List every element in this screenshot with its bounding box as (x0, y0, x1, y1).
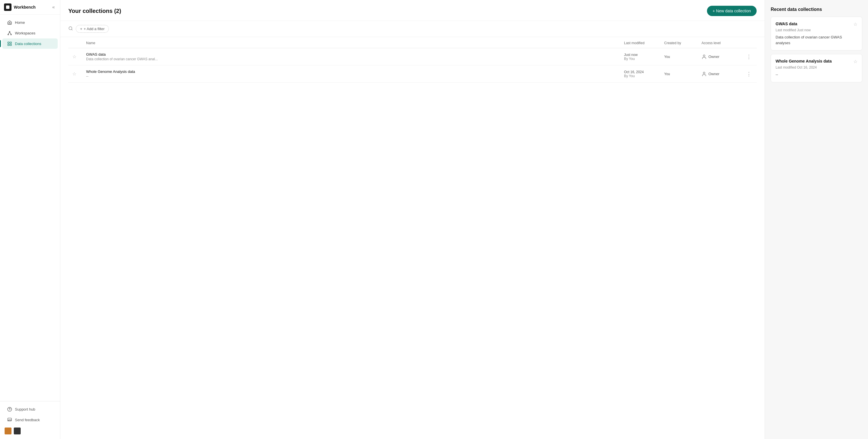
right-panel: Recent data collections GWAS data ☆ Last… (765, 0, 868, 439)
recent-card-date: Last modified Oct 16, 2024 (776, 65, 857, 69)
sidebar-item-workspaces[interactable]: Workspaces (2, 28, 58, 38)
add-filter-label: + Add a filter (84, 27, 105, 31)
col-access-header: Access level (698, 37, 741, 48)
modified-cell: Oct 16, 2024 By You (621, 65, 661, 83)
star-button[interactable]: ☆ (72, 71, 77, 77)
right-panel-title: Recent data collections (771, 7, 862, 12)
access-level-text: Owner (708, 72, 719, 76)
created-by-cell: You (661, 65, 698, 83)
sidebar-item-data-collections-label: Data collections (15, 41, 41, 46)
app-logo: Workbench (4, 3, 36, 11)
recent-card-description: -- (776, 72, 857, 77)
svg-line-4 (9, 32, 11, 34)
col-star (68, 37, 83, 48)
page-title: Your collections (2) (68, 8, 121, 14)
row-name[interactable]: GWAS data (86, 52, 158, 57)
recent-card-title: Whole Genome Analysis data (776, 59, 832, 63)
recent-cards-container: GWAS data ☆ Last modified Just now Data … (771, 17, 862, 82)
main-content: Your collections (2) + New data collecti… (60, 0, 765, 439)
created-by-value: You (664, 72, 670, 76)
recent-card-description: Data collection of ovarian cancer GWAS a… (776, 34, 857, 45)
table-head: Name Last modified Created by Access lev… (68, 37, 756, 48)
star-button[interactable]: ☆ (72, 53, 77, 60)
filter-bar: + + Add a filter (60, 21, 765, 37)
sidebar-item-home[interactable]: Home (2, 17, 58, 28)
svg-line-3 (8, 32, 9, 34)
sidebar-header: Workbench « (0, 0, 60, 14)
collapse-button[interactable]: « (51, 4, 56, 10)
logo-icon (4, 3, 11, 11)
sidebar-item-home-label: Home (15, 20, 25, 25)
row-description: -- (86, 74, 135, 78)
main-header: Your collections (2) + New data collecti… (60, 0, 765, 21)
more-options-button[interactable]: ⋮ (745, 53, 753, 61)
recent-card[interactable]: Whole Genome Analysis data ☆ Last modifi… (771, 54, 862, 82)
col-actions-header (741, 37, 756, 48)
name-cell-inner: GWAS data Data collection of ovarian can… (86, 52, 617, 61)
name-info: GWAS data Data collection of ovarian can… (86, 52, 158, 61)
home-icon (7, 20, 12, 25)
access-level-text: Owner (708, 55, 719, 59)
row-description: Data collection of ovarian cancer GWAS a… (86, 57, 158, 61)
datacollections-icon (7, 41, 12, 46)
new-data-collection-button[interactable]: + New data collection (707, 6, 756, 16)
star-cell: ☆ (68, 48, 83, 65)
created-by-value: You (664, 55, 670, 59)
sidebar-item-send-feedback[interactable]: Send feedback (2, 415, 58, 425)
svg-rect-7 (8, 44, 9, 45)
name-cell-inner: Whole Genome Analysis data -- (86, 69, 617, 78)
row-name[interactable]: Whole Genome Analysis data (86, 69, 135, 74)
svg-point-17 (703, 55, 705, 57)
access-cell: Owner (698, 65, 741, 83)
recent-card-header: Whole Genome Analysis data ☆ (776, 59, 857, 64)
sidebar: Workbench « Home Workspaces (0, 0, 60, 439)
sidebar-bottom: Support hub Send feedback (0, 401, 60, 439)
star-cell: ☆ (68, 65, 83, 83)
user-avatar[interactable] (5, 428, 11, 434)
col-modified-header: Last modified (621, 37, 661, 48)
card-star-button[interactable]: ☆ (854, 59, 857, 64)
workspaces-icon (7, 30, 12, 36)
modified-by: By You (624, 74, 657, 78)
sidebar-nav: Home Workspaces Data collect (0, 14, 60, 401)
sidebar-item-workspaces-label: Workspaces (15, 31, 35, 35)
recent-card-date: Last modified Just now (776, 28, 857, 32)
name-cell: Whole Genome Analysis data -- (83, 65, 621, 83)
sidebar-item-support-hub-label: Support hub (15, 407, 35, 411)
card-star-button[interactable]: ☆ (854, 22, 857, 27)
add-filter-plus-icon: + (80, 27, 82, 31)
sidebar-item-data-collections[interactable]: Data collections (2, 38, 58, 49)
name-info: Whole Genome Analysis data -- (86, 69, 135, 78)
table-row: ☆ Whole Genome Analysis data -- Oct 16, … (68, 65, 756, 83)
svg-point-18 (703, 72, 705, 74)
recent-card[interactable]: GWAS data ☆ Last modified Just now Data … (771, 17, 862, 51)
created-by-cell: You (661, 48, 698, 65)
search-icon (68, 26, 73, 32)
avatar-row (0, 425, 60, 437)
col-created-header: Created by (661, 37, 698, 48)
actions-cell: ⋮ (741, 48, 756, 65)
table-body: ☆ GWAS data Data collection of ovarian c… (68, 48, 756, 83)
more-options-button[interactable]: ⋮ (745, 70, 753, 78)
add-filter-button[interactable]: + + Add a filter (76, 25, 109, 33)
actions-cell: ⋮ (741, 65, 756, 83)
access-level: Owner (702, 54, 738, 59)
col-name-header: Name (83, 37, 621, 48)
table-container: Name Last modified Created by Access lev… (60, 37, 765, 439)
recent-card-title: GWAS data (776, 22, 797, 26)
table-row: ☆ GWAS data Data collection of ovarian c… (68, 48, 756, 65)
name-cell: GWAS data Data collection of ovarian can… (83, 48, 621, 65)
modified-cell: Just now By You (621, 48, 661, 65)
logo-icon-inner (6, 5, 9, 9)
recent-card-header: GWAS data ☆ (776, 22, 857, 27)
modified-time: Just now (624, 53, 657, 57)
app-title: Workbench (14, 5, 36, 9)
collections-table: Name Last modified Created by Access lev… (68, 37, 756, 83)
sidebar-item-support-hub[interactable]: Support hub (2, 404, 58, 414)
table-header-row: Name Last modified Created by Access lev… (68, 37, 756, 48)
person-icon (702, 54, 707, 59)
workspace-avatar[interactable] (14, 428, 21, 434)
svg-rect-6 (10, 42, 11, 43)
question-icon (7, 407, 12, 412)
modified-by: By You (624, 57, 657, 61)
